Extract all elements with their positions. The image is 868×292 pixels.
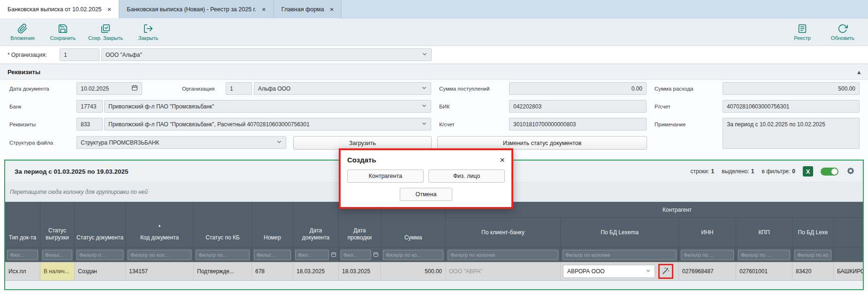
tab-close-icon[interactable]: × bbox=[262, 6, 266, 13]
cell-kpp[interactable]: 027601001 bbox=[736, 262, 792, 280]
filter-toggle[interactable] bbox=[821, 168, 838, 176]
header-cell-doc-type[interactable]: Тип док-та bbox=[5, 202, 40, 247]
requisites-title: Реквизиты bbox=[8, 69, 40, 76]
excel-export-icon[interactable]: X bbox=[803, 166, 813, 177]
create-person-button[interactable]: Физ. лицо bbox=[428, 169, 505, 183]
refresh-button[interactable]: Обновить bbox=[828, 23, 858, 41]
dialog-close-icon[interactable]: × bbox=[500, 155, 505, 164]
cancel-button[interactable]: Отмена bbox=[400, 188, 452, 201]
calendar-icon[interactable] bbox=[131, 85, 138, 92]
header-cell-doc-code[interactable]: ▲Код документа bbox=[126, 202, 194, 247]
attachments-button[interactable]: Вложения bbox=[8, 23, 38, 41]
requisites-field-label: Реквизиты bbox=[9, 118, 36, 131]
counterparty-dropdown[interactable]: АВРОРА ООО bbox=[563, 265, 655, 278]
filter-input-doc-type[interactable] bbox=[7, 250, 38, 260]
file-structure-select[interactable]: Структура ПРОМСВЯЗЬБАНК bbox=[76, 136, 286, 149]
tab-close-icon[interactable]: × bbox=[330, 6, 334, 13]
gear-icon[interactable] bbox=[846, 166, 855, 177]
header-cell-kb-status[interactable]: Статус по КБ bbox=[194, 202, 252, 247]
filter-input-db-lexema[interactable] bbox=[563, 250, 677, 260]
filter-input-kpp[interactable] bbox=[738, 250, 790, 260]
tab-bank-statement[interactable]: Банковская выписка от 10.02.2025 × bbox=[0, 0, 119, 18]
close-button[interactable]: Закрыть bbox=[133, 23, 163, 41]
calendar-icon[interactable] bbox=[331, 251, 336, 259]
cell-doc-code[interactable]: 134157 bbox=[126, 262, 194, 280]
filter-input-post-date[interactable] bbox=[341, 250, 371, 260]
load-button[interactable]: Загрузить bbox=[293, 136, 432, 150]
header-cell-inn[interactable]: ИНН bbox=[679, 218, 736, 247]
corr-account-input[interactable]: 30101810700000000803 bbox=[509, 118, 647, 131]
cell-client-bank[interactable]: ООО "АВРА" bbox=[446, 262, 561, 280]
header-cell-db-lexema[interactable]: По БД Lexema bbox=[561, 218, 679, 247]
organization-select[interactable]: ООО "Альфа" bbox=[101, 48, 432, 61]
refresh-label: Обновить bbox=[831, 35, 854, 41]
filter-input-kb-status[interactable] bbox=[196, 250, 250, 260]
filter-input-inn[interactable] bbox=[681, 250, 734, 260]
cell-upload-status[interactable]: В налич... bbox=[40, 262, 75, 280]
registry-button[interactable]: Реестр bbox=[787, 23, 817, 41]
tab-main-form[interactable]: Главная форма × bbox=[274, 0, 342, 18]
cell-db-lexema: АВРОРА ООО bbox=[561, 262, 679, 280]
organization-code-input[interactable]: 1 bbox=[60, 48, 99, 61]
cell-amount[interactable]: 500.00 bbox=[381, 262, 446, 280]
attachments-label: Вложения bbox=[10, 35, 35, 41]
magic-wand-button[interactable] bbox=[660, 265, 672, 277]
filter-input-doc-code[interactable] bbox=[128, 250, 191, 260]
filter-input-upload-status[interactable] bbox=[42, 250, 72, 260]
change-status-button[interactable]: Изменить статус документов bbox=[437, 136, 647, 150]
save-button[interactable]: Сохранить bbox=[48, 23, 78, 41]
cell-inn[interactable]: 0276968487 bbox=[679, 262, 736, 280]
file-structure-label: Структура файла bbox=[9, 136, 53, 149]
save-label: Сохранить bbox=[50, 35, 76, 41]
cell-doc-date[interactable]: 18.03.2025 bbox=[293, 262, 339, 280]
close-label: Закрыть bbox=[138, 35, 158, 41]
filter-input-doc-date[interactable] bbox=[295, 250, 329, 260]
bank-code-input[interactable]: 17743 bbox=[76, 100, 103, 113]
requisites-header: Реквизиты ▴ bbox=[0, 64, 868, 80]
cell-post-date[interactable]: 18.03.2025 bbox=[339, 262, 381, 280]
doc-date-input[interactable]: 10.02.2025 bbox=[76, 82, 142, 95]
income-input[interactable]: 0.00 bbox=[509, 82, 647, 95]
table-row[interactable]: Исх.пл В налич... Создан 134157 Подтверж… bbox=[5, 262, 863, 281]
header-cell-kpp[interactable]: КПП bbox=[736, 218, 792, 247]
cell-doc-status[interactable]: Создан bbox=[75, 262, 126, 280]
tab-bank-statement-registry[interactable]: Банковская выписка (Новая) - Реестр за 2… bbox=[119, 0, 274, 18]
cell-kb-status[interactable]: Подтвержде... bbox=[194, 262, 252, 280]
filter-input-number[interactable] bbox=[254, 250, 291, 260]
org-name-select[interactable]: Альфа ООО bbox=[254, 82, 431, 95]
requisites-code-input[interactable]: 833 bbox=[76, 118, 103, 131]
bik-input[interactable]: 042202803 bbox=[509, 100, 647, 113]
expense-input[interactable]: 500.00 bbox=[723, 82, 860, 95]
header-cell-db-lexema-2[interactable]: По БД Lexe bbox=[792, 218, 834, 247]
filter-input-doc-status[interactable] bbox=[76, 250, 123, 260]
cell-number[interactable]: 678 bbox=[252, 262, 293, 280]
header-cell-clipped[interactable] bbox=[834, 218, 863, 247]
org-code-input[interactable]: 1 bbox=[226, 82, 252, 95]
tab-label: Банковская выписка (Новая) - Реестр за 2… bbox=[127, 6, 256, 13]
requisites-select[interactable]: Приволжский ф-л ПАО "Промсвязьбанк", Рас… bbox=[104, 118, 431, 131]
calendar-icon[interactable] bbox=[373, 251, 379, 259]
filter-input-db-lexema-2[interactable] bbox=[794, 250, 831, 260]
tab-close-icon[interactable]: × bbox=[107, 6, 112, 13]
cell-doc-type[interactable]: Исх.пл bbox=[5, 262, 40, 280]
cell-clipped[interactable]: БАШКИРСК bbox=[834, 262, 863, 280]
header-cell-number[interactable]: Номер bbox=[252, 202, 293, 247]
toolbar: Вложения Сохранить Сохр. Закрыть Закрыть bbox=[0, 18, 868, 46]
header-cell-client-bank[interactable]: По клиент-банку bbox=[446, 218, 561, 247]
header-cell-doc-status[interactable]: Статус документа bbox=[75, 202, 126, 247]
highlight-box bbox=[658, 264, 673, 279]
collapse-icon[interactable]: ▴ bbox=[857, 69, 860, 76]
save-close-button[interactable]: Сохр. Закрыть bbox=[88, 23, 123, 41]
doc-date-label: Дата документа bbox=[9, 82, 49, 95]
paperclip-icon bbox=[17, 23, 28, 34]
filter-input-amount[interactable] bbox=[383, 250, 443, 260]
header-cell-doc-date[interactable]: Дата документа bbox=[293, 202, 339, 247]
account-input[interactable]: 40702810603000756301 bbox=[723, 100, 860, 113]
cell-db-lexema-2[interactable]: 83420 bbox=[792, 262, 834, 280]
wand-icon bbox=[662, 267, 670, 277]
note-textarea[interactable]: За период с 10.02.2025 по 10.02.2025 bbox=[723, 118, 860, 149]
bank-select[interactable]: Приволжский ф-л ПАО "Промсвязьбанк" bbox=[104, 100, 431, 113]
filter-input-client-bank[interactable] bbox=[448, 250, 558, 260]
create-contractor-button[interactable]: Контрагента bbox=[347, 169, 424, 183]
header-cell-upload-status[interactable]: Статус выгрузки bbox=[40, 202, 75, 247]
